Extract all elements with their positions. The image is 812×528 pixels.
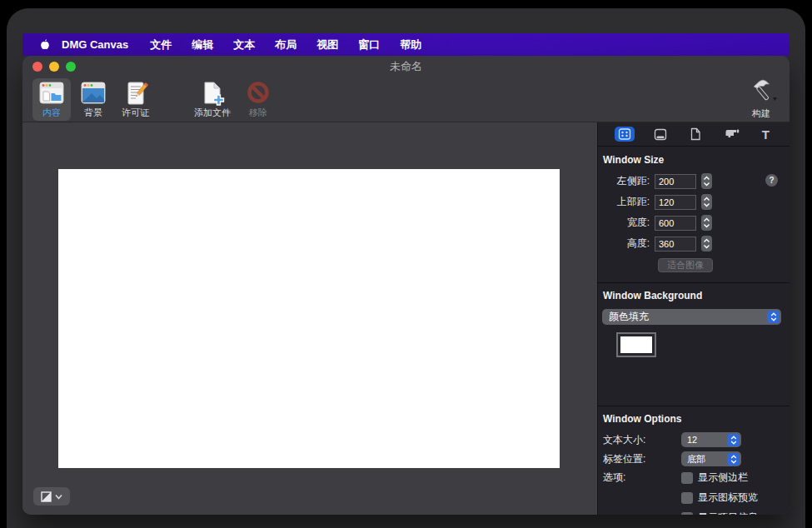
toolbar-item-content[interactable]: 内容 xyxy=(32,78,71,121)
show-sidebar-option: 显示侧边栏 xyxy=(681,471,758,485)
window-content: T Window Size 左侧距: 200 ? 上部距: 120 xyxy=(22,122,790,515)
toolbar-item-label: 添加文件 xyxy=(194,107,231,119)
tab-text[interactable]: T xyxy=(759,126,773,143)
apple-logo-icon xyxy=(37,38,50,52)
zoom-button[interactable] xyxy=(66,62,76,72)
toolbar-item-build[interactable]: 构建 xyxy=(743,79,780,120)
toolbar: 内容 背景 xyxy=(22,77,790,122)
toolbar-item-label: 移除 xyxy=(249,107,267,119)
layout-canvas-area[interactable] xyxy=(22,122,597,515)
background-fill-popup[interactable]: 颜色填充 xyxy=(602,309,781,325)
left-offset-stepper[interactable] xyxy=(701,173,712,189)
canvas-appearance-button[interactable] xyxy=(33,487,70,506)
toolbar-item-add-files[interactable]: 添加文件 xyxy=(188,78,237,121)
top-offset-row: 上部距: 120 xyxy=(598,194,790,210)
section-divider xyxy=(598,282,790,283)
show-icon-preview-checkbox[interactable] xyxy=(681,492,693,504)
menu-item-text[interactable]: 文本 xyxy=(223,37,265,52)
stepper-arrows-icon xyxy=(703,197,710,207)
content-window-icon xyxy=(38,81,65,106)
dmg-window-preview[interactable] xyxy=(58,169,560,468)
text-size-popup[interactable]: 12 xyxy=(681,432,741,447)
color-swatch xyxy=(620,336,652,353)
menu-item-window[interactable]: 窗口 xyxy=(348,37,390,52)
popup-arrows-icon xyxy=(730,455,737,464)
options-label: 选项: xyxy=(603,471,681,515)
label-position-label: 标签位置: xyxy=(603,452,681,466)
height-row: 高度: 360 xyxy=(598,236,790,252)
show-item-info-label: 显示项目信息 xyxy=(698,511,758,515)
options-checkbox-list: 显示侧边栏 显示图标预览 显示项目信息 xyxy=(681,471,758,515)
tab-window-pane[interactable] xyxy=(615,127,635,142)
fit-image-button[interactable]: 适合图像 xyxy=(658,258,713,272)
menu-item-edit[interactable]: 编辑 xyxy=(182,37,223,52)
stepper-arrows-icon xyxy=(703,238,710,249)
add-file-icon xyxy=(198,81,227,106)
left-offset-label: 左侧距: xyxy=(598,174,650,188)
width-row: 宽度: 600 xyxy=(598,215,790,231)
top-offset-field[interactable]: 120 xyxy=(655,195,696,210)
window-background-heading: Window Background xyxy=(603,290,790,301)
left-offset-field[interactable]: 200 xyxy=(655,174,696,189)
title-bar[interactable]: 未命名 xyxy=(22,56,790,77)
file-icon xyxy=(690,127,701,141)
traffic-lights xyxy=(32,62,76,72)
menu-item-help[interactable]: 帮助 xyxy=(390,37,431,52)
tab-measure[interactable] xyxy=(721,127,743,142)
stepper-arrows-icon xyxy=(703,217,710,228)
caliper-icon xyxy=(725,128,740,141)
help-button[interactable]: ? xyxy=(765,174,778,187)
background-color-well[interactable] xyxy=(616,332,656,357)
apple-menu[interactable] xyxy=(37,38,50,52)
menu-item-layout[interactable]: 布局 xyxy=(265,37,306,52)
top-offset-stepper[interactable] xyxy=(701,194,712,210)
background-window-icon xyxy=(80,81,107,106)
toolbar-item-license[interactable]: 许可证 xyxy=(116,78,155,121)
app-menu-title[interactable]: DMG Canvas xyxy=(62,38,128,51)
popup-arrows-badge xyxy=(767,311,780,323)
text-format-icon: T xyxy=(762,127,770,142)
width-stepper[interactable] xyxy=(701,215,712,231)
window-pane-icon xyxy=(618,128,631,140)
toolbar-item-remove[interactable]: 移除 xyxy=(240,78,276,121)
left-offset-row: 左侧距: 200 ? xyxy=(598,173,790,189)
window-title: 未命名 xyxy=(390,59,422,74)
text-size-row: 文本大小: 12 xyxy=(603,432,790,447)
tab-file[interactable] xyxy=(686,126,705,142)
toolbar-item-label: 内容 xyxy=(42,107,61,119)
toolbar-item-label: 构建 xyxy=(752,107,770,120)
height-field[interactable]: 360 xyxy=(655,237,696,252)
label-position-popup[interactable]: 底部 xyxy=(681,451,741,466)
show-item-info-checkbox[interactable] xyxy=(681,512,693,516)
show-icon-preview-option: 显示图标预览 xyxy=(681,491,758,505)
toolbar-item-label: 许可证 xyxy=(122,107,149,119)
chevron-down-icon xyxy=(55,494,62,500)
height-label: 高度: xyxy=(598,237,650,251)
remove-prohibition-icon xyxy=(246,81,271,106)
top-offset-label: 上部距: xyxy=(598,195,650,209)
window-size-heading: Window Size xyxy=(603,154,790,166)
close-button[interactable] xyxy=(32,62,42,72)
app-window: 未命名 内容 背景 xyxy=(22,56,790,515)
width-field[interactable]: 600 xyxy=(655,216,696,231)
show-sidebar-label: 显示侧边栏 xyxy=(698,471,748,485)
background-fill-value: 颜色填充 xyxy=(602,310,767,324)
height-stepper[interactable] xyxy=(701,236,712,252)
menu-item-view[interactable]: 视图 xyxy=(306,37,348,52)
show-sidebar-checkbox[interactable] xyxy=(681,472,693,484)
popup-arrows-badge xyxy=(727,434,740,446)
minimize-button[interactable] xyxy=(49,62,59,72)
menu-item-file[interactable]: 文件 xyxy=(140,37,182,52)
menu-bar: DMG Canvas 文件 编辑 文本 布局 视图 窗口 帮助 xyxy=(22,33,790,56)
popup-arrows-icon xyxy=(730,436,737,445)
stepper-arrows-icon xyxy=(703,176,710,187)
show-item-info-option: 显示项目信息 xyxy=(681,511,758,515)
text-size-value: 12 xyxy=(681,435,727,445)
inspector-panel: T Window Size 左侧距: 200 ? 上部距: 120 xyxy=(597,122,790,515)
toolbar-item-background[interactable]: 背景 xyxy=(74,78,112,121)
half-fill-square-icon xyxy=(41,491,52,502)
tab-disk-image[interactable] xyxy=(650,127,670,142)
build-hammer-icon xyxy=(743,79,780,107)
toolbar-item-label: 背景 xyxy=(84,107,102,119)
disk-image-icon xyxy=(654,128,667,141)
